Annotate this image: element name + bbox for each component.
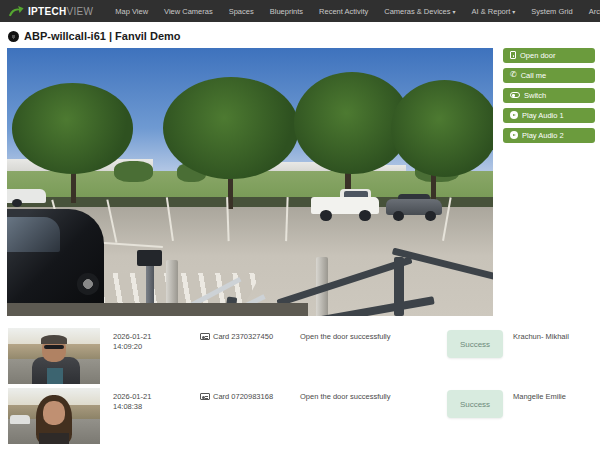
credential: Card 0720983168 [200, 392, 273, 401]
switch-button[interactable]: Switch [503, 88, 595, 103]
nav-item-cameras-devices[interactable]: Cameras & Devices▾ [376, 7, 463, 16]
call-me-button[interactable]: ✆ Call me [503, 68, 595, 83]
nav-items: Map View View Cameras Spaces Blueprints … [107, 7, 600, 16]
nav-item-archive-view[interactable]: Archive View [581, 7, 600, 16]
door-action-panel: Open door ✆ Call me Switch Play Audio 1 … [503, 48, 595, 316]
scene-tree [12, 83, 134, 174]
access-log: 2026-01-21 14:09:20 Card 2370327450 Open… [0, 328, 600, 448]
play-audio-1-button[interactable]: Play Audio 1 [503, 108, 595, 123]
scene-mounted-camera [137, 250, 161, 266]
snapshot-thumbnail[interactable] [8, 328, 100, 384]
nav-item-map-view[interactable]: Map View [107, 7, 156, 16]
phone-icon: ✆ [510, 71, 517, 79]
page-header: ABP-willcall-i61 | Fanvil Demo [0, 22, 600, 48]
id-card-icon [200, 333, 210, 340]
play-audio-2-button[interactable]: Play Audio 2 [503, 128, 595, 143]
camera-status-icon [8, 31, 19, 42]
open-door-button[interactable]: Open door [503, 48, 595, 63]
brand-name-bold: IPTECH [28, 6, 66, 17]
scene-shadow [7, 303, 308, 316]
top-navbar: IPTECHVIEW Map View View Cameras Spaces … [0, 0, 600, 22]
nav-item-spaces[interactable]: Spaces [221, 7, 262, 16]
snapshot-thumbnail[interactable] [8, 388, 100, 444]
play-icon [510, 131, 518, 139]
scene-wheel [425, 211, 436, 221]
scene-tree [163, 77, 299, 179]
nav-item-recent-activity[interactable]: Recent Activity [311, 7, 376, 16]
brand-logo[interactable]: IPTECHVIEW [8, 5, 93, 18]
scene-shrub [114, 161, 153, 182]
log-row: 2026-01-21 14:08:38 Card 0720983168 Open… [0, 388, 600, 448]
event-timestamp: 2026-01-21 14:09:20 [113, 332, 151, 352]
event-message: Open the door successfully [300, 392, 390, 401]
scene-tree [391, 80, 493, 176]
nav-item-blueprints[interactable]: Blueprints [262, 7, 311, 16]
iptechview-arrow-icon [8, 5, 24, 18]
event-timestamp: 2026-01-21 14:08:38 [113, 392, 151, 412]
nav-item-view-cameras[interactable]: View Cameras [156, 7, 221, 16]
status-badge[interactable]: Success [447, 390, 503, 418]
status-badge[interactable]: Success [447, 330, 503, 358]
main-content: Open door ✆ Call me Switch Play Audio 1 … [0, 48, 600, 316]
chevron-down-icon: ▾ [512, 9, 515, 15]
play-icon [510, 111, 518, 119]
person-name: Mangelle Emilie [513, 392, 566, 401]
log-row: 2026-01-21 14:09:20 Card 2370327450 Open… [0, 328, 600, 388]
event-message: Open the door successfully [300, 332, 390, 341]
brand-name-light: VIEW [66, 6, 93, 17]
camera-live-view[interactable] [7, 48, 493, 316]
person-name: Krachun- Mikhail [513, 332, 569, 341]
scene-dark-car-glass [7, 217, 60, 252]
toggle-icon [510, 92, 520, 98]
credential: Card 2370327450 [200, 332, 273, 341]
door-icon [510, 51, 516, 59]
id-card-icon [200, 393, 210, 400]
scene-wheel [77, 273, 99, 294]
nav-item-ai-report[interactable]: AI & Report▾ [464, 7, 524, 16]
page-title: ABP-willcall-i61 | Fanvil Demo [24, 30, 181, 42]
nav-item-system-grid[interactable]: System Grid [523, 7, 580, 16]
scene-railing-post [394, 257, 404, 316]
chevron-down-icon: ▾ [453, 9, 456, 15]
